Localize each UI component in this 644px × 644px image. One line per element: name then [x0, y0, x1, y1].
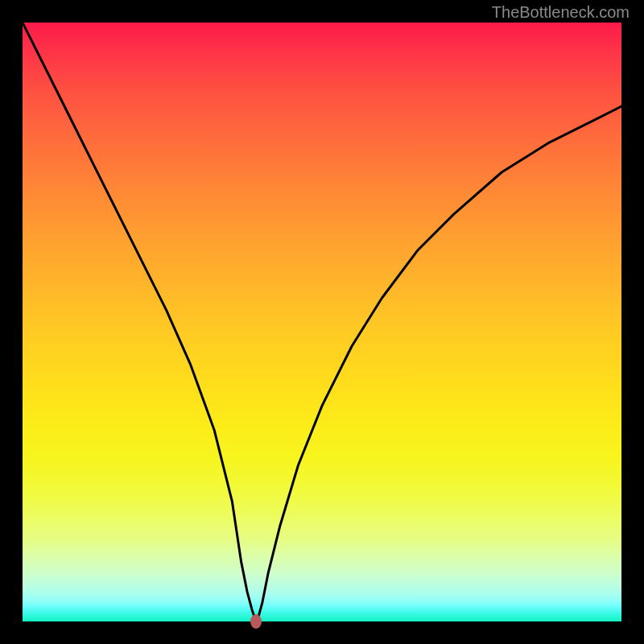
watermark-text: TheBottleneck.com: [492, 3, 630, 22]
curve-svg: [23, 23, 621, 621]
bottleneck-curve: [23, 23, 621, 621]
plot-area: [23, 23, 621, 621]
minimum-marker: [250, 614, 262, 629]
chart-container: TheBottleneck.com: [0, 0, 644, 644]
